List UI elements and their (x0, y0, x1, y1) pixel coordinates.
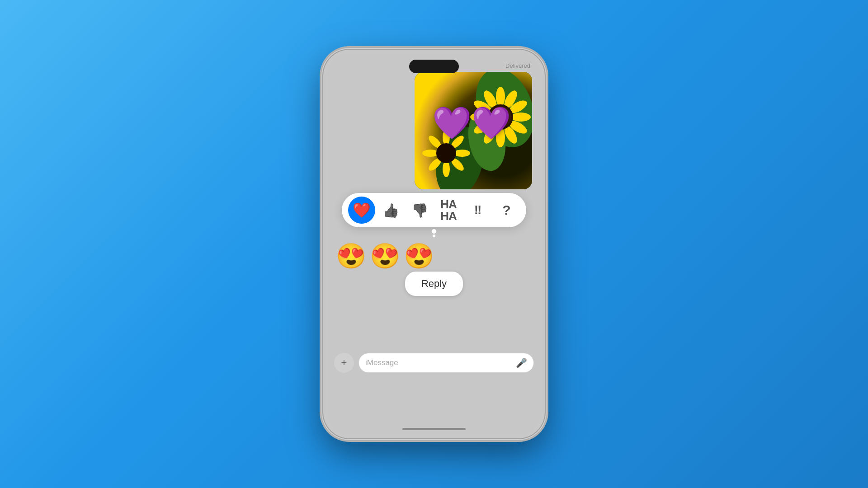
svg-point-19 (454, 150, 470, 157)
message-image-bubble: 💜💜 (415, 72, 532, 189)
phone-frame: Delivered (323, 50, 545, 438)
phone-screen: Delivered (327, 53, 541, 435)
tapback-bar: ❤️ 👍 👎 HAHA !! ? (342, 193, 526, 227)
reaction-emoji-3: 😍 (404, 244, 434, 268)
reply-area: Reply (327, 270, 541, 300)
delivered-label: Delivered (505, 62, 530, 69)
reaction-emoji-2: 😍 (370, 244, 400, 268)
emoji-reactions: 😍 😍 😍 (327, 237, 541, 270)
add-button[interactable]: + (334, 353, 354, 373)
reaction-emoji-1: 😍 (336, 244, 366, 268)
dynamic-island (409, 60, 459, 73)
home-bar (402, 428, 466, 430)
tapback-like[interactable]: 👍 (377, 197, 404, 224)
heart-sticker: 💜💜 (432, 107, 511, 139)
message-image-area: Delivered (327, 53, 541, 189)
input-bar: + iMessage 🎤 (327, 300, 541, 428)
sunflower-background: 💜💜 (415, 72, 532, 189)
tapback-tail (432, 229, 436, 237)
svg-point-21 (443, 161, 450, 177)
imessage-placeholder: iMessage (365, 358, 512, 367)
home-indicator (327, 428, 541, 435)
microphone-icon[interactable]: 🎤 (516, 357, 527, 368)
tapback-emphasize[interactable]: !! (464, 197, 491, 224)
tapback-haha[interactable]: HAHA (435, 197, 462, 224)
tapback-container: ❤️ 👍 👎 HAHA !! ? (327, 189, 541, 237)
tapback-question[interactable]: ? (493, 197, 520, 224)
reply-button[interactable]: Reply (405, 272, 463, 296)
svg-point-6 (511, 113, 531, 122)
tapback-love[interactable]: ❤️ (348, 197, 375, 224)
svg-point-25 (436, 143, 456, 163)
tail-dot-large (432, 229, 436, 234)
imessage-input-field[interactable]: iMessage 🎤 (359, 353, 534, 373)
svg-point-3 (496, 87, 505, 107)
phone-wrapper: Delivered (316, 41, 552, 447)
plus-icon: + (341, 358, 347, 368)
svg-point-23 (422, 150, 439, 157)
tapback-dislike[interactable]: 👎 (406, 197, 433, 224)
